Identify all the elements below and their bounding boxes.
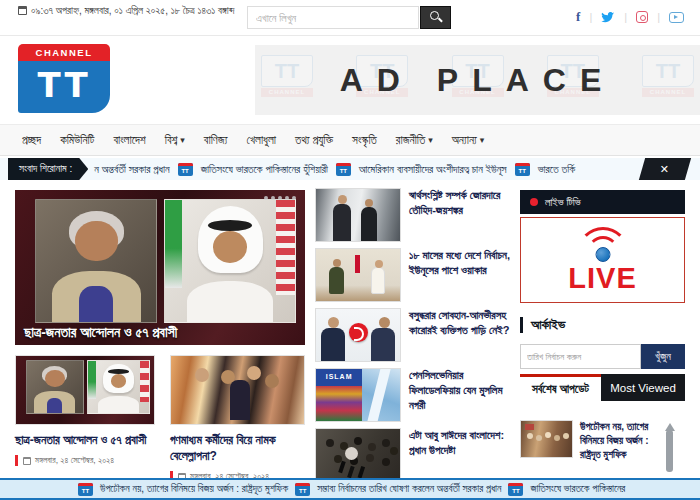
featured-story[interactable]: ছাত্র-জনতার আন্দোলন ও ৫৭ প্রবাসী [15,190,305,345]
carousel-dot[interactable] [292,196,296,200]
photo-shape: ISLAM [316,369,362,421]
ticker-close-button[interactable]: ✕ [639,158,691,180]
carousel-dot[interactable] [264,196,268,200]
close-icon: ✕ [660,163,669,176]
featured-title[interactable]: ছাত্র-জনতার আন্দোলন ও ৫৭ প্রবাসী [24,324,299,341]
photo-shape [111,374,127,388]
live-tv-header: লাইভ টিভি [520,190,685,214]
live-tv-player[interactable]: LIVE [520,217,685,303]
list-item-title[interactable]: পেনসিলভেনিয়ার ফিলাডেলফিয়ায় যেন মুসলিম… [409,368,511,422]
nav-item-business[interactable]: বাণিজ্য [204,134,228,147]
photo-shape [98,396,138,415]
list-item[interactable]: স্বার্থসংশ্লিষ্ট সম্পর্ক জোরদারে তৌহিদ-জ… [315,188,511,242]
search-button[interactable] [420,6,451,29]
latest-item-thumbnail[interactable] [520,420,573,458]
list-item-thumbnail[interactable] [315,308,401,362]
nav-item-home[interactable]: প্রচ্ছদ [22,134,41,147]
list-item[interactable]: বসুন্ধরার সোবহান-আনভীরসহ কারোরই ব্যক্তিগ… [315,308,511,362]
nav-item-politics[interactable]: রাজনীতি▾ [396,134,433,147]
nav-item-community[interactable]: কমিউনিটি [60,134,94,147]
card-title[interactable]: গণমাধ্যম কর্মীদের বিয়ে নামক বেলেল্লাপনা… [170,432,305,464]
latest-update-item[interactable]: উপঢৌকন নয়, ত্যাগের বিনিময়ে বিজয় অর্জন… [520,420,664,462]
nav-item-others[interactable]: অন্যান্য▾ [452,134,485,147]
divider: | [657,11,660,23]
nav-item-sports[interactable]: খেলাধুলা [246,134,276,147]
nav-item-culture[interactable]: সংস্কৃতি [352,134,377,147]
archive-search: খুঁজুন [520,344,685,369]
list-item[interactable]: ISLAM পেনসিলভেনিয়ার ফিলাডেলফিয়ায় যেন … [315,368,511,422]
latest-item-title[interactable]: উপঢৌকন নয়, ত্যাগের বিনিময়ে বিজয় অর্জন… [580,420,664,462]
twitter-icon[interactable] [601,12,615,23]
live-dot-icon [530,198,538,206]
carousel-dot[interactable] [285,196,289,200]
photo-shape [140,361,149,402]
story-card[interactable]: ছাত্র-জনতার আন্দোলন ও ৫৭ প্রবাসী মঙ্গলবা… [15,355,155,466]
facebook-icon[interactable]: f [576,9,580,25]
ticker-item[interactable]: ভারতে তর্কি [538,163,576,176]
photo-shape [525,424,534,430]
photo-shape [47,398,63,414]
youtube-icon[interactable] [669,12,684,23]
tab-most-viewed[interactable]: Most Viewed [601,374,685,401]
ticker-item[interactable]: ন অন্তর্বর্তী সরকার প্রধান [94,163,169,176]
page: ০৯:৩৭ অপরাহ্ন, মঙ্গলবার, ০১ এপ্রিল ২০২৫,… [0,0,700,500]
card-image[interactable] [15,355,155,425]
tt-logo-icon: TT [515,163,530,176]
list-item-thumbnail[interactable] [315,188,401,242]
story-card[interactable]: গণমাধ্যম কর্মীদের বিয়ে নামক বেলেল্লাপনা… [170,355,305,482]
list-item-thumbnail[interactable] [315,248,401,302]
photo-shape [195,368,209,382]
nav-item-world[interactable]: বিশ্ব▾ [165,134,185,147]
featured-photo-left [35,199,157,323]
photo-shape [75,221,118,261]
ticker-item[interactable]: উপঢৌকন নয়, ত্যাগের বিনিময়ে বিজয় অর্জন… [100,483,288,495]
nav-item-tech[interactable]: তথ্য প্রযুক্তি [295,134,333,147]
archive-search-button[interactable]: খুঁজুন [641,344,685,369]
live-tv-title: লাইভ টিভি [545,196,581,209]
nav-item-bangladesh[interactable]: বাংলাদেশ [113,134,145,147]
list-item-thumbnail[interactable]: ISLAM [315,368,401,422]
archive-date-input[interactable] [520,344,641,369]
list-item-title[interactable]: বসুন্ধরার সোবহান-আনভীরসহ কারোরই ব্যক্তিগ… [409,308,511,362]
scroll-to-top-button[interactable] [666,430,673,472]
card-image[interactable] [170,355,305,425]
social-links: f | | | [576,9,684,25]
carousel-dot[interactable] [278,196,282,200]
ticker-label: সংবাদ শিরোনাম : [8,158,88,180]
live-word: LIVE [543,264,663,293]
thumb-text: ISLAM [316,373,362,380]
photo-shape [345,447,358,460]
tt-logo-icon: TT [295,483,310,496]
photo-shape [371,267,385,294]
tt-logo-icon: TT [78,483,93,496]
carousel-dot[interactable] [271,196,275,200]
globe-icon [595,247,610,262]
site-logo[interactable]: CHANNEL TT [18,44,110,113]
ticker-item[interactable]: আমেরিকান ব্যবসায়ীদের অংশীদারত্ব চান ইউন… [359,163,507,176]
list-item-title[interactable]: এটা আবু সাঈদের বাংলাদেশ: প্রধান উপদেষ্টা [409,428,511,482]
search-input[interactable] [247,6,419,29]
photo-shape [333,204,351,241]
photo-shape [355,255,360,273]
ticker-item[interactable]: জাতিসংঘে ভারতকে পাকিস্তানের [530,483,625,495]
list-item-title[interactable]: ১৮ মাসের মধ্যে দেশে নির্বাচন, ইউনূসের পা… [409,248,511,302]
main-nav: প্রচ্ছদ কমিউনিটি বাংলাদেশ বিশ্ব▾ বাণিজ্য… [0,124,700,156]
ad-banner[interactable]: TTCHANNEL TTCHANNEL TTCHANNEL TTCHANNEL … [255,45,700,115]
tab-latest-updates[interactable]: সর্বশেষ আপডেট [520,374,601,398]
list-item-title[interactable]: স্বার্থসংশ্লিষ্ট সম্পর্ক জোরদারে তৌহিদ-জ… [409,188,511,242]
tt-logo-icon: TT [508,483,523,496]
list-item[interactable]: ১৮ মাসের মধ্যে দেশে নির্বাচন, ইউনূসের পা… [315,248,511,302]
instagram-icon[interactable] [636,11,648,23]
photo-shape [362,369,400,421]
list-item[interactable]: এটা আবু সাঈদের বাংলাদেশ: প্রধান উপদেষ্টা [315,428,511,482]
search-icon [430,11,439,20]
divider: | [624,11,627,23]
photo-shape [338,461,346,474]
card-title[interactable]: ছাত্র-জনতার আন্দোলন ও ৫৭ প্রবাসী [15,432,155,448]
datetime-label: ০৯:৩৭ অপরাহ্ন, মঙ্গলবার, ০১ এপ্রিল ২০২৫,… [31,5,234,16]
card-photo-left [26,360,84,414]
tt-logo-icon: TT [336,163,351,176]
ticker-item[interactable]: জাতিসংঘে ভারতকে পাকিস্তানের হুঁশিয়ারী [201,163,328,176]
list-item-thumbnail[interactable] [315,428,401,482]
ticker-item[interactable]: সম্ভাব্য নির্বাচনের তারিখ ঘোষণা করলেন অন… [317,483,501,495]
